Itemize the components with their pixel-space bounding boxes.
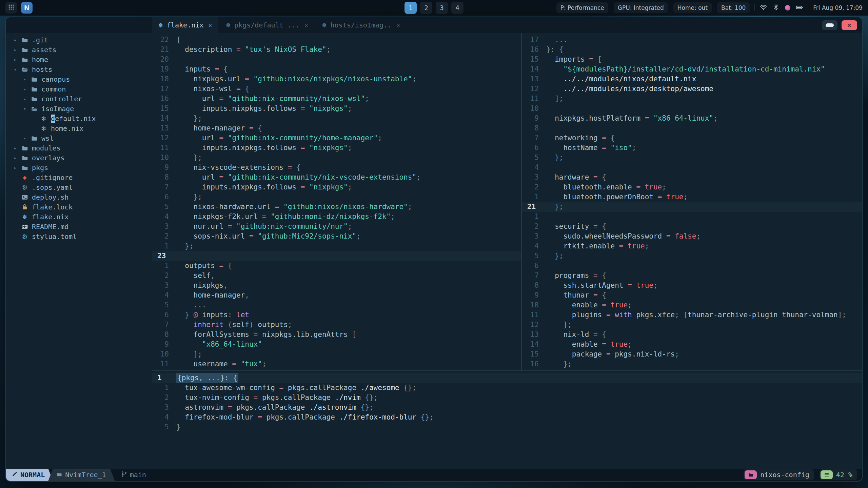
tree-item-readme-md[interactable]: README.md (6, 222, 152, 231)
code-line[interactable]: 11 ]; (522, 94, 862, 104)
chevron-closed-icon[interactable]: ▸ (11, 165, 20, 171)
tree-item-git[interactable]: ▸.git (6, 35, 152, 45)
code-line[interactable]: 2 sops-nix.url = "github:Mic92/sops-nix"… (152, 231, 521, 241)
workspace-button-4[interactable]: 4 (451, 2, 463, 14)
code-line[interactable]: 1 }; (152, 241, 521, 251)
tab-close-icon[interactable]: × (396, 22, 400, 29)
chevron-closed-icon[interactable]: ▸ (11, 57, 20, 63)
tab-close-icon[interactable]: × (304, 22, 308, 29)
code-line[interactable]: 4 nixpkgs-f2k.url = "github:moni-dz/nixp… (152, 212, 521, 222)
code-line[interactable]: 14 enable = true; (522, 340, 862, 349)
code-line[interactable]: 16 }; (522, 359, 862, 369)
code-line[interactable]: 4 firefox-mod-blur = pkgs.callPackage ./… (152, 412, 862, 422)
code-line[interactable]: 1 outputs = { (152, 261, 521, 271)
bluetooth-icon[interactable] (772, 4, 780, 12)
code-line[interactable]: 8 forAllSystems = nixpkgs.lib.genAttrs [ (152, 330, 521, 340)
code-line[interactable]: 11 inputs.nixpkgs.follows = "nixpkgs"; (152, 143, 521, 153)
code-line[interactable]: 3 astronvim = pkgs.callPackage ./astronv… (152, 403, 862, 412)
tab-hosts-isoimag[interactable]: ❄hosts/isoImag..× (316, 17, 406, 33)
chevron-closed-icon[interactable]: ▸ (20, 96, 29, 102)
code-line[interactable]: 3 hardware = { (522, 172, 862, 182)
tree-item-home[interactable]: ▸home (6, 55, 152, 64)
chevron-closed-icon[interactable]: ▸ (11, 47, 20, 53)
chevron-open-icon[interactable]: ▾ (20, 106, 29, 112)
code-line[interactable]: 15 package = pkgs.nix-ld-rs; (522, 349, 862, 359)
chevron-open-icon[interactable]: ▾ (11, 66, 20, 73)
code-line[interactable]: 6 hostName = "iso"; (522, 143, 862, 153)
code-line[interactable]: 9 nixpkgs.hostPlatform = "x86_64-linux"; (522, 114, 862, 123)
code-line[interactable]: 13 ../../modules/nixos/default.nix (522, 74, 862, 84)
tree-item-canopus[interactable]: ▸canopus (6, 74, 152, 84)
workspace-button-2[interactable]: 2 (420, 2, 432, 14)
code-line[interactable]: 13 nix-ld = { (522, 330, 862, 340)
code-line[interactable]: 6 }; (152, 192, 521, 202)
neovim-app-button[interactable]: N (21, 2, 33, 14)
code-line[interactable]: 10 (522, 104, 862, 114)
code-line[interactable]: 14 "${modulesPath}/installer/cd-dvd/inst… (522, 64, 862, 74)
tree-item-isoimage[interactable]: ▾isoImage (6, 104, 152, 114)
code-line[interactable]: 5 nixos-hardware.url = "github:nixos/nix… (152, 202, 521, 212)
tab-close-icon[interactable]: × (208, 22, 212, 29)
code-line[interactable]: 12 url = "github:nix-community/home-mana… (152, 133, 521, 143)
code-line[interactable]: 8 ssh.startAgent = true; (522, 281, 862, 290)
chevron-closed-icon[interactable]: ▸ (20, 135, 29, 141)
tree-item-deploy-sh[interactable]: deploy.sh (6, 192, 152, 202)
chevron-closed-icon[interactable]: ▸ (20, 76, 29, 82)
workspace-button-1[interactable]: 1 (405, 2, 417, 14)
chevron-closed-icon[interactable]: ▸ (11, 37, 20, 43)
code-line[interactable]: 18 nixpkgs.url = "github:nixos/nixpkgs/n… (152, 74, 521, 84)
tree-item-modules[interactable]: ▸modules (6, 143, 152, 153)
tree-item-wsl[interactable]: ▸wsl (6, 133, 152, 143)
code-line[interactable]: 2 bluetooth.enable = true; (522, 182, 862, 192)
editor-pane-flake-nix[interactable]: 22{21 description = "tux's NixOS Flake";… (152, 33, 521, 370)
code-line[interactable]: 2 security = { (522, 222, 862, 231)
code-line[interactable]: 7 inherit (self) outputs; (152, 320, 521, 330)
code-line[interactable]: 16}: { (522, 45, 862, 55)
code-line[interactable]: 6 } @ inputs: let (152, 310, 521, 320)
editor-pane-iso-default-nix[interactable]: 17 ...16}: {15 imports = [14 "${modulesP… (522, 33, 862, 370)
code-line[interactable]: 10 enable = true; (522, 300, 862, 310)
chevron-closed-icon[interactable]: ▸ (11, 145, 20, 151)
code-line[interactable]: 16 url = "github:nix-community/nixos-wsl… (152, 94, 521, 104)
workspace-button-3[interactable]: 3 (436, 2, 448, 14)
code-line[interactable]: 1 tux-awesome-wm-config = pkgs.callPacka… (152, 383, 862, 393)
chevron-closed-icon[interactable]: ▸ (11, 155, 20, 161)
code-line[interactable]: 23 (152, 251, 521, 261)
tree-item-flake-nix[interactable]: ❄flake.nix (6, 212, 152, 222)
code-line[interactable]: 7 inputs.nixpkgs.follows = "nixpkgs"; (152, 182, 521, 192)
tree-item-pkgs[interactable]: ▸pkgs (6, 163, 152, 172)
code-line[interactable]: 1 (522, 212, 862, 222)
code-line[interactable]: 9 thunar = { (522, 290, 862, 300)
code-line[interactable]: 10 ]; (152, 349, 521, 359)
code-line[interactable]: 5 ... (152, 300, 521, 310)
status-dot-icon[interactable] (785, 5, 790, 11)
code-line[interactable]: 6 (522, 261, 862, 271)
code-line[interactable]: 8 url = "github:nix-community/nix-vscode… (152, 172, 521, 182)
tree-item-overlays[interactable]: ▸overlays (6, 153, 152, 163)
app-launcher-button[interactable] (5, 2, 17, 14)
buffer-name-segment[interactable]: NvimTree_1 (48, 469, 115, 481)
code-line[interactable]: 9 nix-vscode-extensions = { (152, 163, 521, 172)
code-line[interactable]: 15 imports = [ (522, 55, 862, 64)
code-line[interactable]: 5 }; (522, 251, 862, 261)
code-line[interactable]: 21 }; (522, 202, 862, 212)
code-line[interactable]: 12 ../../modules/nixos/desktop/awesome (522, 84, 862, 94)
code-line[interactable]: 10 }; (152, 153, 521, 163)
window-close-button[interactable]: × (842, 20, 857, 30)
tree-item-assets[interactable]: ▸assets (6, 45, 152, 55)
code-line[interactable]: 9 "x86_64-linux" (152, 340, 521, 349)
code-line[interactable]: 17 ... (522, 35, 862, 45)
code-line[interactable]: 13 home-manager = { (152, 123, 521, 133)
tree-item-default-nix[interactable]: ❄default.nix (6, 114, 152, 123)
chevron-closed-icon[interactable]: ▸ (20, 86, 29, 92)
tree-item-stylua-toml[interactable]: ⚙stylua.toml (6, 231, 152, 241)
code-line[interactable]: 7 programs = { (522, 271, 862, 281)
code-line[interactable]: 4 home-manager, (152, 290, 521, 300)
code-line[interactable]: 17 nixos-wsl = { (152, 84, 521, 94)
code-line[interactable]: 1 bluetooth.powerOnBoot = true; (522, 192, 862, 202)
code-line[interactable]: 3 sudo.wheelNeedsPassword = false; (522, 231, 862, 241)
code-line[interactable]: 8 (522, 123, 862, 133)
code-line[interactable]: 2 self, (152, 271, 521, 281)
code-line[interactable]: 12 }; (522, 320, 862, 330)
code-line[interactable]: 3 nur.url = "github:nix-community/nur"; (152, 222, 521, 231)
